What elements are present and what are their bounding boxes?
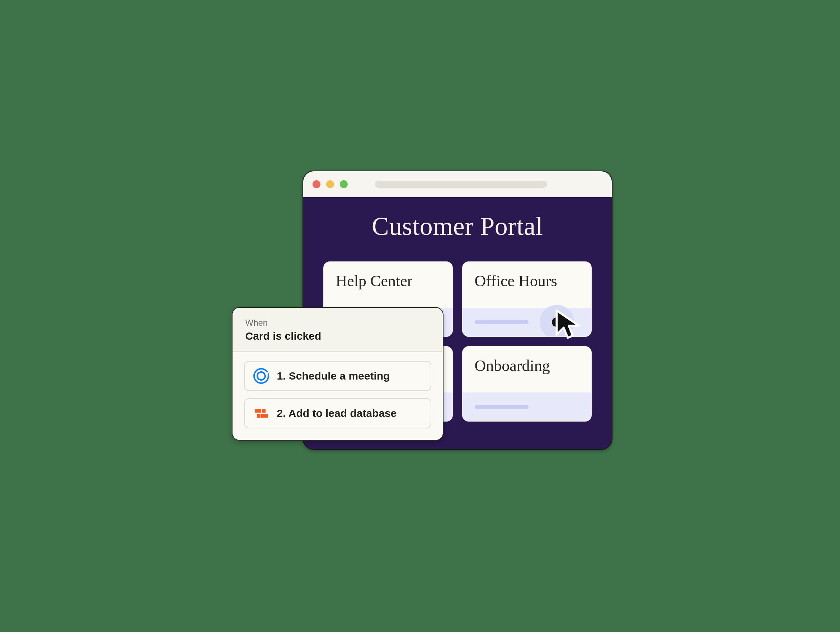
automation-when-label: When	[245, 318, 430, 328]
action-label: 1. Schedule a meeting	[277, 370, 390, 382]
automation-actions: 1. Schedule a meeting 2. Add to lead dat…	[232, 352, 443, 440]
automation-trigger: Card is clicked	[245, 330, 430, 342]
card-title: Office Hours	[475, 272, 579, 290]
window-minimize-button[interactable]	[326, 180, 334, 188]
card-onboarding[interactable]: Onboarding	[462, 346, 592, 421]
placeholder-line	[475, 405, 529, 409]
automation-popup: When Card is clicked 1. Schedule a meeti…	[232, 307, 444, 440]
action-schedule-meeting[interactable]: 1. Schedule a meeting	[244, 361, 431, 391]
address-bar[interactable]	[375, 181, 547, 188]
click-dot-icon	[552, 317, 561, 327]
action-label: 2. Add to lead database	[277, 407, 397, 420]
card-title: Help Center	[336, 272, 440, 290]
card-title: Onboarding	[475, 356, 579, 375]
action-add-to-lead-database[interactable]: 2. Add to lead database	[244, 398, 431, 428]
svg-rect-6	[261, 414, 268, 418]
svg-point-0	[254, 369, 268, 383]
window-close-button[interactable]	[313, 180, 321, 188]
stage: Customer Portal Help Center Office Hours	[193, 146, 647, 487]
portal-title: Customer Portal	[323, 212, 592, 241]
svg-rect-4	[262, 409, 265, 413]
svg-rect-2	[265, 372, 268, 375]
card-office-hours[interactable]: Office Hours	[462, 261, 592, 337]
card-footer	[463, 308, 591, 336]
placeholder-line	[475, 320, 529, 324]
svg-rect-5	[257, 414, 261, 418]
card-footer	[463, 393, 591, 421]
window-zoom-button[interactable]	[340, 180, 348, 188]
traffic-lights	[313, 180, 348, 188]
calendly-icon	[253, 368, 269, 384]
svg-rect-3	[255, 409, 261, 413]
svg-point-1	[257, 372, 265, 380]
window-titlebar	[303, 171, 612, 197]
blocks-icon	[253, 405, 269, 421]
automation-header: When Card is clicked	[232, 308, 443, 352]
